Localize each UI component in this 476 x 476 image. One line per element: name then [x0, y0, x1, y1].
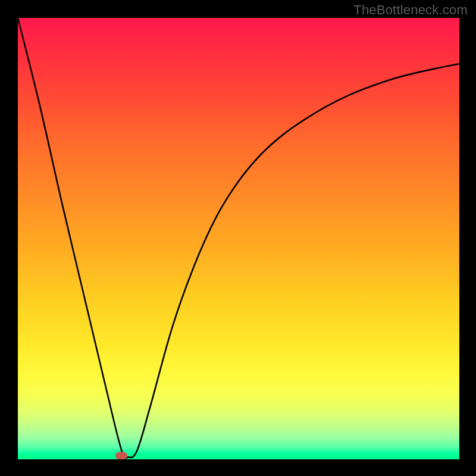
watermark-text: TheBottleneck.com	[353, 2, 468, 18]
optimum-marker	[115, 452, 127, 459]
bottleneck-curve	[18, 18, 459, 459]
plot-area	[18, 18, 459, 459]
chart-frame: TheBottleneck.com	[0, 0, 476, 476]
